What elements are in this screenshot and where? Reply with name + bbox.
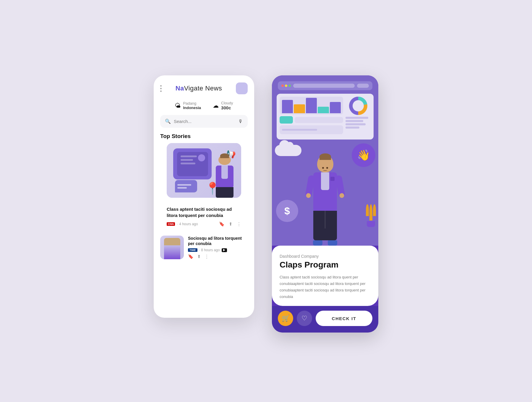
person-shirt-inner	[321, 172, 329, 190]
check-it-label: CHECK IT	[332, 316, 356, 321]
story-2-content: Sociosqu ad litora torquent per conubia …	[188, 236, 248, 259]
person-shoe-left	[313, 240, 322, 246]
weather-condition-text: Cloudy	[221, 101, 233, 105]
search-input[interactable]	[174, 119, 235, 124]
person-arm-left	[305, 175, 315, 198]
program-title: Claps Program	[280, 260, 371, 270]
story-1-meta: CNN · 4 hours ago 🔖 ⬆ ⋮	[167, 221, 241, 227]
weather-location: 🌤 Padang Indonesia	[175, 101, 201, 110]
left-phone: NaVigate News 🌤 Padang Indonesia ☁ Cloud…	[154, 75, 254, 318]
heart-button[interactable]: ♡	[297, 311, 312, 326]
app-title-rest: Vigate News	[184, 85, 222, 92]
right-phone-top: $ 👋	[272, 75, 378, 246]
story-2-time: · 8 hours ago	[199, 248, 220, 252]
menu-button[interactable]	[160, 85, 162, 92]
sun-icon: 🌤	[175, 102, 181, 109]
weather-condition: ☁ Cloudy 300c	[213, 101, 233, 110]
cnn-badge: CNN	[167, 222, 175, 226]
browser-url-bar	[293, 84, 355, 88]
mic-icon[interactable]: 🎙	[238, 119, 243, 124]
share-2-icon[interactable]: ⬆	[197, 254, 201, 259]
cloud-icon: ☁	[213, 102, 219, 109]
person-head	[317, 155, 333, 172]
search-bar[interactable]: 🔍 🎙	[160, 115, 248, 128]
plant-decoration	[366, 204, 376, 228]
dashboard-illustration	[277, 94, 374, 140]
cloud-decoration	[275, 145, 304, 161]
check-it-button[interactable]: CHECK IT	[316, 311, 372, 326]
person-arm-right	[335, 175, 346, 198]
search-icon: 🔍	[165, 119, 171, 124]
program-description: Class aptent taciti sociosqu ad litora q…	[280, 274, 371, 300]
dot-green	[288, 85, 291, 87]
youtube-icon	[222, 248, 227, 252]
app-title: NaVigate News	[176, 85, 222, 92]
bookmark-2-icon[interactable]: 🔖	[188, 254, 194, 259]
weather-row: 🌤 Padang Indonesia ☁ Cloudy 300c	[154, 98, 254, 115]
app-title-na: Na	[176, 85, 184, 92]
story-row-2[interactable]: Sociosqu ad litora torquent per conubia …	[154, 232, 254, 263]
story-2-meta: TIME · 8 hours ago	[188, 248, 248, 252]
browser-dots	[281, 85, 291, 87]
person-hair	[319, 153, 331, 160]
time-badge: TIME	[188, 248, 197, 252]
browser-bar	[278, 81, 372, 90]
person-pants	[313, 211, 337, 240]
bottom-action-bar: 🛒 ♡ CHECK IT	[272, 306, 378, 333]
dot-yellow	[285, 85, 287, 87]
story-card-1[interactable]: 📍 📢 Class aptent t	[160, 143, 248, 230]
dollar-icon: $	[276, 200, 298, 222]
story-1-time: · 4 hours ago	[177, 222, 198, 226]
left-phone-header: NaVigate News	[154, 75, 254, 98]
story-2-thumb	[160, 236, 184, 259]
story-1-headline: Class aptent taciti sociosqu ad litora t…	[167, 206, 241, 218]
right-phone-bottom: Dashboard Company Claps Program Class ap…	[272, 246, 378, 306]
section-title: Top Stories	[154, 133, 254, 143]
weather-temp: 300c	[221, 105, 233, 110]
story-1-image: 📍 📢	[167, 143, 241, 198]
right-phone: $ 👋	[272, 75, 378, 333]
weather-city: Padang	[183, 101, 201, 106]
story-2-actions: 🔖 ⬆ ⋮	[188, 254, 248, 259]
cart-button[interactable]: 🛒	[278, 311, 293, 326]
dot-red	[281, 85, 284, 87]
story-1-source-row: CNN · 4 hours ago	[167, 222, 198, 226]
more-icon[interactable]: ⋮	[237, 221, 241, 227]
avatar[interactable]	[236, 82, 248, 94]
more-2-icon[interactable]: ⋮	[205, 254, 209, 259]
person-body	[313, 172, 337, 211]
story-2-headline: Sociosqu ad litora torquent per conubia	[188, 236, 248, 246]
dashboard-label: Dashboard Company	[280, 254, 371, 259]
browser-button	[357, 84, 369, 88]
story-1-actions: 🔖 ⬆ ⋮	[219, 221, 241, 227]
clap-icon: 👋	[352, 143, 375, 167]
weather-country: Indonesia	[183, 106, 201, 110]
person-shoes	[313, 240, 337, 246]
bookmark-icon[interactable]: 🔖	[219, 221, 225, 227]
person-3d	[301, 155, 349, 246]
share-icon[interactable]: ⬆	[229, 221, 233, 227]
person-shoe-right	[328, 240, 337, 246]
story-1-text: Class aptent taciti sociosqu ad litora t…	[160, 203, 248, 230]
